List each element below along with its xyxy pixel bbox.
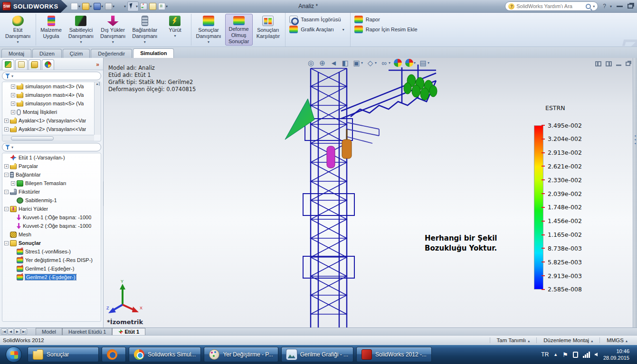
taskbar-app-button[interactable]: Yer Değiştirme - P...	[204, 347, 278, 362]
expand-toggle[interactable]: −	[4, 207, 9, 211]
tree-item[interactable]: + Ayaklar<2> (Varsayılan<<Var	[2, 125, 101, 133]
restore-button[interactable]	[627, 4, 633, 9]
command-tab[interactable]: Çizim	[63, 49, 90, 58]
task-pane-expand-handle[interactable]: ◂◂◂	[633, 134, 637, 145]
quick-tool-button[interactable]: ▾	[149, 2, 157, 11]
logo-flyout-arrow[interactable]	[61, 0, 67, 13]
tab-configuration-manager[interactable]	[29, 59, 41, 70]
command-tab[interactable]: Düzen	[32, 49, 62, 58]
tree-item[interactable]: Stres1 (-vonMises-)	[2, 247, 101, 256]
status-item[interactable]: MMGS▴	[599, 337, 634, 343]
volume-icon[interactable]	[595, 353, 598, 356]
tree-item[interactable]: Kuvvet-2 (:Öğe başına: -1000	[2, 222, 101, 230]
clipboard-icon[interactable]	[573, 352, 578, 358]
expand-toggle[interactable]: −	[4, 173, 9, 177]
minimize-button[interactable]	[617, 6, 623, 7]
tree-item[interactable]: + Parçalar	[2, 162, 101, 170]
expand-toggle[interactable]: +	[4, 119, 9, 123]
ribbon-button[interactable]: Yürüt ▾	[161, 14, 189, 46]
first-tab-button[interactable]: |◀	[1, 328, 7, 335]
expand-toggle[interactable]: +	[11, 110, 15, 114]
ribbon-button[interactable]: Deforme Olmuş Sonuçlar ▾	[225, 14, 253, 46]
taskbar-clock[interactable]: 10:46 28.09.2015	[603, 348, 631, 361]
ribbon-button[interactable]: Sabitleyici Danışmanı ▾	[66, 14, 96, 46]
ribbon-button[interactable]: Malzeme Uygula ▾	[36, 14, 65, 46]
quick-tool-button[interactable]: ▾	[116, 2, 126, 11]
expand-toggle[interactable]: +	[11, 181, 15, 186]
start-button[interactable]	[6, 346, 22, 363]
ribbon-button[interactable]: Sonuçları Karşılaştır ▾	[254, 14, 283, 46]
quick-tool-button[interactable]: ▾	[93, 2, 104, 11]
tree-item[interactable]: − Sonuçlar	[2, 239, 101, 247]
tree-item[interactable]: Yer değiştirme1 (-Res DISP-)	[2, 256, 101, 264]
tree-item[interactable]: Sabitlenmiş-1	[2, 196, 101, 205]
tree-item[interactable]: + Bileşen Temasları	[2, 179, 101, 187]
quick-tool-button[interactable]: ▾	[140, 2, 148, 11]
taskbar-app-button[interactable]: Solidworks Simul...	[129, 347, 201, 362]
study-tab[interactable]: Etüt 1	[112, 328, 145, 335]
tree-item[interactable]: + simulasyon mastı<3> (Va	[2, 82, 101, 91]
task-pane-collapsed-strip[interactable]: ◂◂◂	[633, 58, 637, 327]
tree-item[interactable]: Gerilme2 (-Eşdeğer-)	[2, 273, 101, 281]
tree-item[interactable]: − Bağlantılar	[2, 170, 101, 179]
language-indicator[interactable]: TR	[541, 351, 549, 358]
expand-toggle[interactable]: +	[4, 164, 9, 168]
tree-item[interactable]: − Fikstürler	[2, 187, 101, 196]
tree-filter-bar[interactable]: ▾	[2, 72, 101, 80]
help-button[interactable]: ?	[603, 3, 606, 9]
prev-tab-button[interactable]: ◀	[8, 328, 14, 335]
quick-tool-button[interactable]: ▾	[105, 2, 115, 11]
action-center-flag-icon[interactable]: ⚑	[562, 351, 568, 358]
search-input[interactable]	[516, 3, 584, 9]
expand-toggle[interactable]: −	[4, 190, 9, 194]
tree-vertical-scrollbar[interactable]: ▲	[94, 82, 101, 135]
ribbon-button[interactable]: Etüt Danışmanı ▾	[2, 14, 33, 46]
tree-item[interactable]: Gerilme1 (-Eşdeğer-)	[2, 264, 101, 273]
command-tab[interactable]: Değerlendir	[91, 49, 132, 58]
search-icon[interactable]	[586, 4, 591, 9]
expand-toggle[interactable]: +	[11, 93, 15, 97]
tab-property-manager[interactable]	[15, 59, 28, 70]
next-tab-button[interactable]: ▶	[14, 328, 20, 335]
ribbon-button[interactable]: Bağlantılar Danışmanı ▾	[129, 14, 160, 46]
quick-tool-button[interactable]: ▾	[127, 1, 139, 11]
simulation-filter-bar[interactable]: ▾	[2, 143, 101, 151]
study-tab[interactable]: Hareket Etüdü 1	[62, 328, 113, 335]
ribbon-row-button[interactable]: Tasarım İçgörüsü ▾	[289, 16, 344, 23]
tree-item[interactable]: + simulasyon mastı<4> (Va	[2, 91, 101, 99]
network-icon[interactable]	[583, 352, 590, 358]
tree-item[interactable]: + Montaj İlişkileri	[2, 108, 101, 116]
expand-toggle[interactable]: +	[11, 102, 15, 106]
quick-tool-button[interactable]: ▾	[70, 2, 81, 11]
status-item[interactable]: Tam Tanımlı▴	[490, 337, 537, 343]
taskbar-app-button[interactable]: Sonuçlar	[28, 347, 99, 362]
command-tab[interactable]: Simulation	[133, 48, 174, 58]
quick-tool-button[interactable]: ▾	[158, 2, 168, 11]
ribbon-button[interactable]: Dış Yükler Danışmanı ▾	[97, 14, 128, 46]
tab-feature-manager[interactable]	[2, 59, 14, 70]
tree-horizontal-scrollbar[interactable]	[2, 135, 94, 141]
taskbar-app-button[interactable]: SolidWorks 2012 -...	[356, 347, 432, 362]
tree-item[interactable]: + simulasyon mastı<5> (Va	[2, 99, 101, 108]
help-search-box[interactable]: ? ▾	[505, 1, 598, 11]
panel-overflow-chevron[interactable]: »	[96, 61, 101, 68]
command-tab[interactable]: Montaj	[1, 49, 31, 58]
quick-tool-button[interactable]: ▾	[82, 2, 92, 11]
tree-item[interactable]: Mesh	[2, 230, 101, 239]
taskbar-app-button[interactable]: Gerilme Grafiği - ...	[281, 347, 353, 362]
last-tab-button[interactable]: ▶|	[21, 328, 27, 335]
expand-toggle[interactable]: +	[11, 84, 15, 89]
taskbar-app-button[interactable]	[102, 347, 126, 362]
show-hidden-icons[interactable]: ▲	[553, 352, 558, 357]
tab-display-manager[interactable]	[42, 59, 54, 70]
chevron-down-icon[interactable]: ▾	[610, 4, 612, 9]
tree-item[interactable]: Etüt 1 (-Varsayılan-)	[2, 153, 101, 162]
expand-toggle[interactable]: +	[4, 127, 9, 131]
tree-item[interactable]: Kuvvet-1 (:Öğe başına: -1000	[2, 213, 101, 222]
tree-item[interactable]: − Harici Yükler	[2, 205, 101, 213]
graphics-viewport[interactable]: ◎ ▾ ⊕ ▾ ◄ ▾ ◧ ▾ ▣	[104, 58, 637, 327]
ribbon-row-button[interactable]: Rapor ▾	[354, 16, 418, 23]
ribbon-row-button[interactable]: Rapor İçin Resim Ekle ▾	[354, 26, 418, 33]
study-tab[interactable]: Model	[36, 328, 62, 335]
tree-item[interactable]: + Ayaklar<1> (Varsayılan<<Var	[2, 116, 101, 125]
